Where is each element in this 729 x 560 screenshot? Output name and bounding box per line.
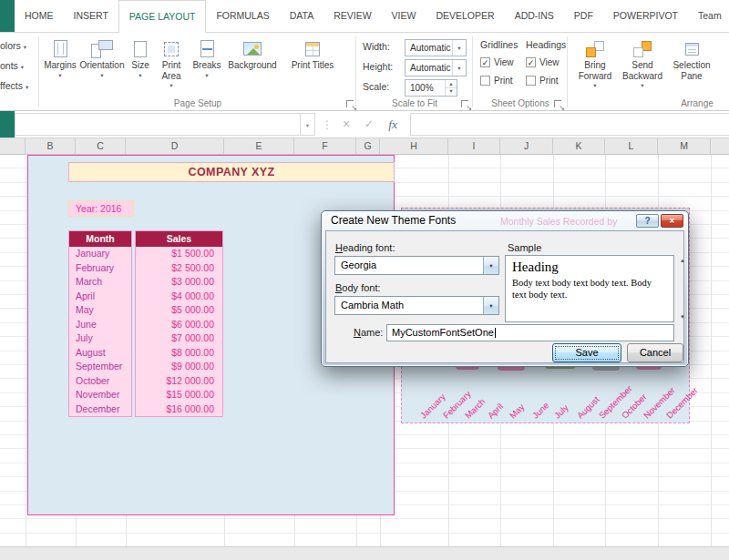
cell-month-june[interactable]: June [69, 318, 131, 332]
tab-team[interactable]: Team [688, 0, 729, 32]
cancel-button[interactable]: Cancel [627, 343, 683, 362]
scroll-up-icon[interactable]: ▲ [678, 257, 687, 265]
cell-month-september[interactable]: September [69, 360, 131, 374]
name-box-dropdown[interactable]: ▾ [301, 113, 315, 136]
name-input[interactable]: MyCustomFontSetOne [386, 324, 674, 341]
breaks-button[interactable]: Breaks▾ [190, 36, 224, 96]
tab-powerpivot[interactable]: POWERPIVOT [603, 0, 688, 32]
column-header-l[interactable]: L [605, 138, 658, 154]
column-header-d[interactable]: D [126, 138, 224, 154]
cell-sales-april[interactable]: $4 000.00 [136, 290, 222, 304]
headings-print-checkbox[interactable]: Print [526, 76, 570, 86]
formula-input[interactable] [410, 113, 729, 136]
cell-month-october[interactable]: October [69, 374, 131, 389]
send-backward-button[interactable]: Send Backward▾ [620, 36, 665, 96]
cell-month-august[interactable]: August [69, 346, 131, 361]
background-button[interactable]: Background [226, 36, 279, 96]
cell-sales-december[interactable]: $16 000.00 [136, 402, 222, 417]
theme-colors-button-partial[interactable]: olors▾ [0, 37, 38, 55]
insert-function-icon[interactable]: fx [382, 113, 404, 136]
print-titles-button[interactable]: Print Titles [290, 36, 335, 96]
column-header-g[interactable]: G [356, 138, 380, 154]
spin-down-icon[interactable]: ▼ [446, 88, 457, 96]
gridlines-print-checkbox[interactable]: Print [480, 76, 524, 86]
cell-month-december[interactable]: December [69, 402, 131, 417]
cell-month-april[interactable]: April [69, 290, 131, 304]
scale-spinner[interactable]: 100%▲▼ [405, 79, 457, 97]
cell-month-july[interactable]: July [69, 331, 131, 346]
tab-view[interactable]: VIEW [382, 0, 426, 32]
tab-review[interactable]: REVIEW [323, 0, 381, 32]
cell-sales-february[interactable]: $2 500.00 [136, 261, 222, 276]
sheet-options-dialog-launcher[interactable] [554, 100, 563, 109]
file-button-partial[interactable] [0, 0, 15, 32]
page-setup-dialog-launcher[interactable] [346, 100, 355, 109]
tab-page-layout[interactable]: PAGE LAYOUT [118, 0, 207, 33]
column-header-partial-n[interactable] [711, 138, 729, 154]
margins-button[interactable]: Margins▾ [42, 36, 78, 96]
column-header-e[interactable]: E [224, 138, 294, 154]
enter-entry-icon[interactable]: ✓ [358, 113, 380, 136]
cell-month-january[interactable]: January [69, 247, 131, 261]
tab-insert[interactable]: INSERT [64, 0, 118, 32]
gridlines-view-checkbox[interactable]: ✓View [480, 57, 524, 67]
heading-font-combo[interactable]: Georgia ▾ [334, 256, 499, 275]
combo-arrow-icon[interactable]: ▾ [452, 60, 466, 76]
cell-month-november[interactable]: November [69, 388, 131, 402]
name-box[interactable] [15, 113, 301, 136]
height-combo[interactable]: Automatic▾ [405, 59, 467, 76]
column-header-m[interactable]: M [658, 138, 711, 154]
spin-up-icon[interactable]: ▲ [446, 80, 457, 88]
save-button[interactable]: Save [552, 343, 621, 362]
cell-sales-november[interactable]: $15 000.00 [136, 388, 222, 402]
selection-pane-button[interactable]: Selection Pane [669, 36, 714, 96]
column-header-c[interactable]: C [76, 138, 126, 154]
combo-arrow-icon[interactable]: ▾ [483, 297, 498, 314]
tab-data[interactable]: DATA [280, 0, 323, 32]
cell-sales-january[interactable]: $1 500.00 [136, 247, 222, 261]
body-font-combo[interactable]: Cambria Math ▾ [334, 296, 499, 315]
column-header-i[interactable]: I [448, 138, 500, 154]
cell-sales-may[interactable]: $5 000.00 [136, 303, 222, 318]
cell-month-february[interactable]: February [69, 261, 131, 276]
tab-developer[interactable]: DEVELOPER [426, 0, 504, 32]
headings-view-checkbox[interactable]: ✓View [526, 57, 570, 67]
cell-month-march[interactable]: March [69, 275, 131, 290]
help-button[interactable]: ? [636, 214, 659, 228]
combo-arrow-icon[interactable]: ▾ [452, 40, 466, 56]
tab-home[interactable]: HOME [15, 0, 64, 32]
width-combo[interactable]: Automatic▾ [405, 39, 467, 56]
combo-arrow-icon[interactable]: ▾ [483, 257, 498, 274]
formula-bar-grip[interactable]: ⋮ [322, 114, 333, 136]
scale-to-fit-dialog-launcher[interactable] [461, 100, 470, 109]
close-icon[interactable]: × [661, 214, 683, 228]
cell-sales-july[interactable]: $7 000.00 [136, 331, 222, 346]
column-header-k[interactable]: K [553, 138, 605, 154]
column-header-b[interactable]: B [26, 138, 76, 154]
scroll-down-icon[interactable]: ▼ [678, 313, 687, 321]
print-area-button[interactable]: Print Area▾ [155, 36, 188, 96]
company-title-cell[interactable]: COMPANY XYZ [68, 162, 395, 182]
tab-formulas[interactable]: FORMULAS [206, 0, 279, 32]
orientation-button[interactable]: Orientation▾ [78, 36, 126, 96]
tab-pdf[interactable]: PDF [564, 0, 603, 32]
theme-effects-button-partial[interactable]: ffects▾ [0, 77, 38, 95]
year-cell[interactable]: Year: 2016 [68, 200, 134, 217]
month-header-cell[interactable]: Month [69, 231, 131, 247]
column-header-f[interactable]: F [294, 138, 356, 154]
bring-forward-button[interactable]: Bring Forward▾ [574, 36, 616, 96]
theme-fonts-button-partial[interactable]: onts▾ [0, 57, 38, 75]
cell-sales-june[interactable]: $6 000.00 [136, 318, 222, 332]
cell-sales-march[interactable]: $3 000.00 [136, 275, 222, 290]
cancel-entry-icon[interactable]: × [335, 113, 357, 136]
column-header-h[interactable]: H [380, 138, 448, 154]
tab-add-ins[interactable]: ADD-INS [505, 0, 564, 32]
sales-header-cell[interactable]: Sales [136, 231, 222, 247]
cell-sales-september[interactable]: $9 000.00 [136, 360, 222, 374]
column-header-j[interactable]: J [500, 138, 553, 154]
size-button[interactable]: Size▾ [128, 36, 153, 96]
cell-month-may[interactable]: May [69, 303, 131, 318]
cell-sales-august[interactable]: $8 000.00 [136, 346, 222, 361]
column-header-partial-a[interactable] [0, 138, 26, 154]
cell-sales-october[interactable]: $12 000.00 [136, 374, 222, 389]
